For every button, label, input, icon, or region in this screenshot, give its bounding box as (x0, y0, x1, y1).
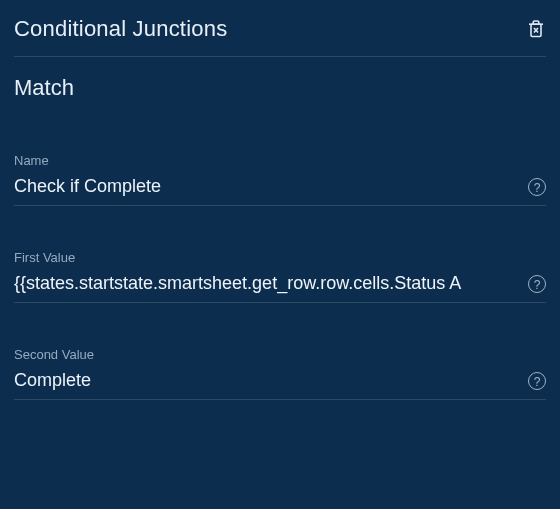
first-value-input[interactable] (14, 271, 522, 296)
help-icon: ? (534, 375, 541, 387)
field-second-value-row: ? (14, 368, 546, 400)
first-value-help-button[interactable]: ? (528, 275, 546, 293)
trash-icon (528, 20, 544, 38)
field-first-value-row: ? (14, 271, 546, 303)
second-value-input[interactable] (14, 368, 522, 393)
field-second-value: Second Value ? (14, 347, 546, 400)
field-second-value-label: Second Value (14, 347, 546, 362)
field-first-value: First Value ? (14, 250, 546, 303)
field-name-label: Name (14, 153, 546, 168)
conditional-junctions-panel: Conditional Junctions Match Name ? First… (0, 0, 560, 509)
section-title: Match (14, 57, 546, 109)
field-first-value-label: First Value (14, 250, 546, 265)
name-help-button[interactable]: ? (528, 178, 546, 196)
field-name-row: ? (14, 174, 546, 206)
help-icon: ? (534, 181, 541, 193)
panel-header: Conditional Junctions (14, 10, 546, 57)
name-input[interactable] (14, 174, 522, 199)
second-value-help-button[interactable]: ? (528, 372, 546, 390)
field-name: Name ? (14, 153, 546, 206)
panel-title: Conditional Junctions (14, 16, 227, 42)
help-icon: ? (534, 278, 541, 290)
delete-button[interactable] (526, 18, 546, 40)
